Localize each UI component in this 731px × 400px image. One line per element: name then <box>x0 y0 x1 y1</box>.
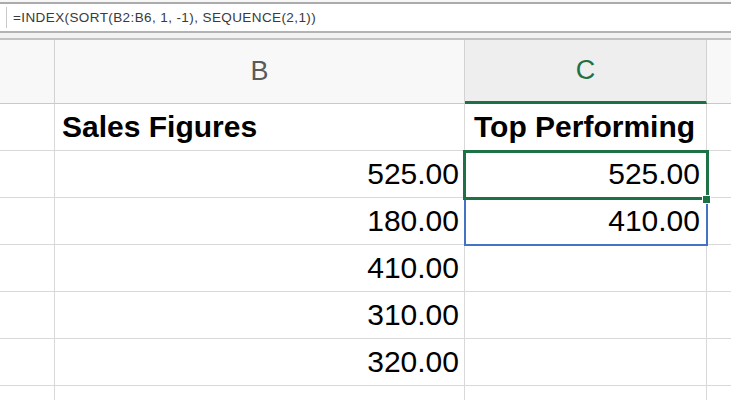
cell-c6[interactable] <box>465 339 707 386</box>
cell-c7[interactable] <box>465 386 707 400</box>
cell-a5[interactable] <box>0 292 55 339</box>
cell-d1[interactable] <box>707 104 731 151</box>
cell-a7[interactable] <box>0 386 55 400</box>
formula-text[interactable]: =INDEX(SORT(B2:B6, 1, -1), SEQUENCE(2,1)… <box>0 10 316 25</box>
cell-d5[interactable] <box>707 292 731 339</box>
cell-b1[interactable]: Sales Figures <box>55 104 465 151</box>
cell-b4[interactable]: 410.00 <box>55 245 465 292</box>
cell-b5[interactable]: 310.00 <box>55 292 465 339</box>
cell-d6[interactable] <box>707 339 731 386</box>
cell-d4[interactable] <box>707 245 731 292</box>
table-row-3: 180.00 410.00 <box>0 198 731 245</box>
column-header-b[interactable]: B <box>55 40 465 104</box>
table-row-2: 525.00 525.00 <box>0 151 731 198</box>
table-row-4: 410.00 <box>0 245 731 292</box>
fill-handle[interactable] <box>702 195 711 204</box>
cell-d7[interactable] <box>707 386 731 400</box>
cell-a6[interactable] <box>0 339 55 386</box>
cell-a4[interactable] <box>0 245 55 292</box>
table-row-5: 310.00 <box>0 292 731 339</box>
cell-d2[interactable] <box>707 151 731 198</box>
formula-bar[interactable]: =INDEX(SORT(B2:B6, 1, -1), SEQUENCE(2,1)… <box>0 4 731 33</box>
column-header-c-selected[interactable]: C <box>465 40 707 104</box>
cell-d3[interactable] <box>707 198 731 245</box>
cell-a3[interactable] <box>0 198 55 245</box>
cell-c4[interactable] <box>465 245 707 292</box>
cell-c1[interactable]: Top Performing <box>465 104 707 151</box>
spreadsheet-grid: Sales Figures Top Performing 525.00 525.… <box>0 104 731 400</box>
cell-b6[interactable]: 320.00 <box>55 339 465 386</box>
cell-b7[interactable] <box>55 386 465 400</box>
cell-c2-active[interactable]: 525.00 <box>465 151 707 198</box>
cell-a2[interactable] <box>0 151 55 198</box>
column-header-a[interactable] <box>0 40 55 104</box>
cell-c5[interactable] <box>465 292 707 339</box>
cell-b3[interactable]: 180.00 <box>55 198 465 245</box>
column-header-d[interactable] <box>707 40 731 104</box>
cell-b2[interactable]: 525.00 <box>55 151 465 198</box>
table-row-1: Sales Figures Top Performing <box>0 104 731 151</box>
cell-c3-spill[interactable]: 410.00 <box>465 198 707 245</box>
cell-a1[interactable] <box>0 104 55 151</box>
table-row-7 <box>0 386 731 400</box>
formula-bar-gap <box>0 33 731 40</box>
column-header-row: B C <box>0 40 731 104</box>
table-row-6: 320.00 <box>0 339 731 386</box>
formula-bar-divider <box>6 7 7 28</box>
